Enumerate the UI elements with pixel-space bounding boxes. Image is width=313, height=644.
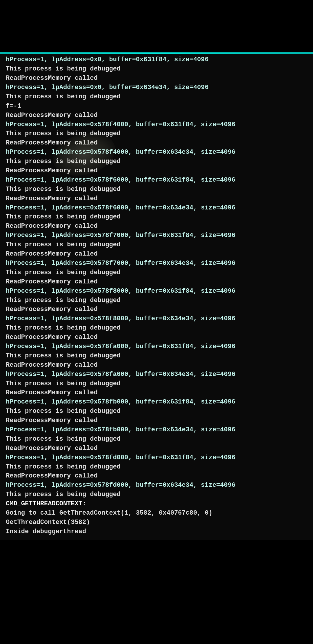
terminal-lines: hProcess=1, lpAddress=0x0, buffer=0x631f… <box>6 55 307 536</box>
terminal-line-21: ReadProcessMemory called <box>6 249 307 259</box>
terminal-line-18: ReadProcessMemory called <box>6 222 307 231</box>
terminal-line-24: ReadProcessMemory called <box>6 277 307 287</box>
terminal-line-48: CMD_GETTHREADCONTEXT: <box>6 499 307 509</box>
terminal-line-8: This process is being debugged <box>6 129 307 138</box>
terminal-line-36: ReadProcessMemory called <box>6 388 307 397</box>
terminal-line-47: This process is being debugged <box>6 490 307 499</box>
terminal-line-17: This process is being debugged <box>6 212 307 222</box>
terminal-line-39: ReadProcessMemory called <box>6 416 307 425</box>
terminal-line-7: hProcess=1, lpAddress=0x578f4000, buffer… <box>6 120 307 129</box>
terminal-line-40: hProcess=1, lpAddress=0x578fb000, buffer… <box>6 425 307 435</box>
bottom-black-bar <box>0 540 313 644</box>
terminal-line-12: ReadProcessMemory called <box>6 166 307 176</box>
terminal-line-25: hProcess=1, lpAddress=0x578f8000, buffer… <box>6 287 307 296</box>
terminal-line-29: This process is being debugged <box>6 323 307 333</box>
terminal-output: hProcess=1, lpAddress=0x0, buffer=0x631f… <box>0 52 313 540</box>
terminal-line-32: This process is being debugged <box>6 351 307 361</box>
terminal-line-26: This process is being debugged <box>6 296 307 305</box>
terminal-line-19: hProcess=1, lpAddress=0x578f7000, buffer… <box>6 231 307 240</box>
terminal-line-41: This process is being debugged <box>6 435 307 444</box>
terminal-line-4: This process is being debugged <box>6 92 307 102</box>
terminal-line-10: hProcess=1, lpAddress=0x578f4000, buffer… <box>6 148 307 157</box>
terminal-line-37: hProcess=1, lpAddress=0x578fb000, buffer… <box>6 397 307 407</box>
terminal-line-11: This process is being debugged <box>6 157 307 166</box>
terminal-line-45: ReadProcessMemory called <box>6 471 307 481</box>
terminal-line-44: This process is being debugged <box>6 462 307 472</box>
terminal-line-1: This process is being debugged <box>6 64 307 74</box>
terminal-line-31: hProcess=1, lpAddress=0x578fa000, buffer… <box>6 342 307 351</box>
terminal-line-46: hProcess=1, lpAddress=0x578fd000, buffer… <box>6 481 307 490</box>
terminal-line-49: Going to call GetThreadContext(1, 3582, … <box>6 509 307 518</box>
terminal-line-34: hProcess=1, lpAddress=0x578fa000, buffer… <box>6 370 307 379</box>
terminal-line-27: ReadProcessMemory called <box>6 305 307 314</box>
terminal-line-2: ReadProcessMemory called <box>6 74 307 83</box>
terminal-line-9: ReadProcessMemory called <box>6 138 307 148</box>
terminal-line-23: This process is being debugged <box>6 268 307 277</box>
terminal-line-28: hProcess=1, lpAddress=0x578f8000, buffer… <box>6 314 307 323</box>
terminal-line-22: hProcess=1, lpAddress=0x578f7000, buffer… <box>6 259 307 268</box>
terminal-line-38: This process is being debugged <box>6 407 307 416</box>
terminal-line-5: f=-1 <box>6 102 307 111</box>
terminal-line-35: This process is being debugged <box>6 379 307 388</box>
terminal-line-50: GetThreadContext(3582) <box>6 518 307 527</box>
terminal-line-3: hProcess=1, lpAddress=0x0, buffer=0x634e… <box>6 83 307 92</box>
terminal-line-20: This process is being debugged <box>6 240 307 249</box>
terminal-line-6: ReadProcessMemory called <box>6 111 307 120</box>
terminal-line-33: ReadProcessMemory called <box>6 361 307 370</box>
terminal-line-43: hProcess=1, lpAddress=0x578fd000, buffer… <box>6 453 307 462</box>
terminal-line-14: This process is being debugged <box>6 185 307 194</box>
terminal-line-15: ReadProcessMemory called <box>6 194 307 203</box>
top-black-bar <box>0 0 313 52</box>
terminal-line-30: ReadProcessMemory called <box>6 333 307 342</box>
terminal-line-42: ReadProcessMemory called <box>6 444 307 453</box>
terminal-line-51: Inside debuggerthread <box>6 527 307 536</box>
terminal-line-13: hProcess=1, lpAddress=0x578f6000, buffer… <box>6 176 307 185</box>
terminal-line-0: hProcess=1, lpAddress=0x0, buffer=0x631f… <box>6 55 307 64</box>
terminal-line-16: hProcess=1, lpAddress=0x578f6000, buffer… <box>6 203 307 213</box>
